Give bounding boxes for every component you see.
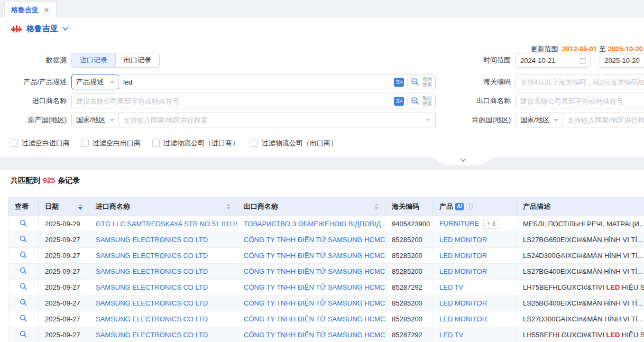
origin-country-input[interactable] bbox=[119, 113, 435, 127]
smart-search-icon[interactable] bbox=[411, 97, 419, 105]
importer-link[interactable]: SAMSUNG ELECTRONICS CO LTD bbox=[96, 236, 208, 244]
sort-desc-icon[interactable] bbox=[78, 207, 82, 210]
product-link[interactable]: LED TV bbox=[439, 283, 463, 291]
view-record-button[interactable] bbox=[8, 235, 38, 243]
info-icon[interactable]: i bbox=[466, 203, 473, 210]
product-link[interactable]: LED MONITOR bbox=[439, 236, 487, 244]
table-row: 2025-09-27SAMSUNG ELECTRONICS CO LTDCÔNG… bbox=[8, 295, 644, 311]
importer-input[interactable] bbox=[72, 94, 435, 108]
exporter-link[interactable]: CÔNG TY TNHH ĐIỆN TỬ SAMSUNG HCMC... bbox=[244, 236, 385, 244]
exporter-link[interactable]: ТОВАРИСТВО З ОБМЕЖЕНОЮ ВІДПОВІД... bbox=[244, 220, 385, 228]
cell-importer-link: SAMSUNG ELECTRONICS CO LTD bbox=[89, 295, 237, 311]
view-record-button[interactable] bbox=[8, 330, 38, 338]
close-icon[interactable]: ✕ bbox=[43, 6, 50, 14]
product-link[interactable]: LED TV bbox=[439, 331, 463, 339]
tab-import-records[interactable]: 进口记录 bbox=[72, 53, 115, 67]
product-link[interactable]: LED MONITOR bbox=[439, 252, 487, 260]
chevron-down-icon[interactable] bbox=[62, 27, 68, 31]
date-start-input[interactable] bbox=[516, 53, 579, 67]
cell-importer-link: SAMSUNG ELECTRONICS CO LTD bbox=[89, 311, 237, 327]
country-title[interactable]: 格鲁吉亚 bbox=[26, 24, 58, 34]
chevron-down-icon[interactable] bbox=[426, 119, 430, 122]
sort-carets[interactable] bbox=[226, 204, 231, 210]
checkbox-icon[interactable] bbox=[81, 140, 89, 147]
checkbox-icon[interactable] bbox=[251, 140, 258, 147]
importer-link[interactable]: SAMSUNG ELECTRONICS CO LTD bbox=[96, 252, 208, 260]
view-record-button[interactable] bbox=[8, 315, 38, 322]
checkbox-icon[interactable] bbox=[11, 140, 18, 147]
filter-checkbox-0[interactable]: 过滤空白进口商 bbox=[11, 138, 70, 148]
exporter-label: 出口商名称 bbox=[455, 96, 516, 106]
filter-checkbox-2[interactable]: 过滤物流公司（进口商） bbox=[152, 138, 239, 148]
keyword-highlight: LED bbox=[606, 331, 620, 339]
column-header-3[interactable]: 出口商名称 bbox=[237, 197, 385, 216]
product-link[interactable]: LED MONITOR bbox=[439, 267, 487, 275]
description-text: LH75BEFHLGUXCI#&TIVI bbox=[523, 283, 606, 291]
importer-link[interactable]: SAMSUNG ELECTRONICS CO LTD bbox=[96, 267, 208, 275]
view-record-button[interactable] bbox=[8, 299, 38, 306]
exporter-link[interactable]: CÔNG TY TNHH ĐIỆN TỬ SAMSUNG HCMC... bbox=[244, 252, 385, 260]
sort-asc-icon[interactable] bbox=[226, 204, 231, 206]
calendar-icon[interactable] bbox=[579, 57, 586, 64]
description-text: LS24D300GAIXCI#&MÀN HÌNH VI TÍ... bbox=[523, 252, 643, 260]
date-range-separator: – bbox=[593, 57, 597, 64]
exporter-link[interactable]: CÔNG TY TNHH ĐIỆN TỬ SAMSUNG HCMC... bbox=[244, 283, 385, 291]
importer-link[interactable]: SAMSUNG ELECTRONICS CO LTD bbox=[96, 315, 208, 323]
cell-exporter-link: ТОВАРИСТВО З ОБМЕЖЕНОЮ ВІДПОВІД... bbox=[237, 216, 385, 232]
date-end-input[interactable] bbox=[600, 53, 644, 67]
product-type-select[interactable]: 产品描述 bbox=[71, 75, 119, 89]
translate-icon[interactable]: 文A bbox=[394, 97, 404, 106]
sort-desc-icon[interactable] bbox=[374, 207, 379, 210]
checkbox-icon[interactable] bbox=[152, 140, 160, 147]
product-link[interactable]: FURNITURE bbox=[439, 219, 479, 227]
product-extra-badge[interactable]: + 3 bbox=[483, 219, 499, 229]
column-header-1[interactable]: 日期 bbox=[39, 197, 89, 216]
table-row: 2025-09-27SAMSUNG ELECTRONICS CO LTDCÔNG… bbox=[8, 280, 644, 295]
product-link[interactable]: LED MONITOR bbox=[439, 315, 487, 323]
cell-product: LED MONITOR bbox=[433, 264, 517, 280]
smart-search-label[interactable]: 智能搜索 bbox=[422, 96, 432, 106]
tab-georgia[interactable]: 格鲁吉亚 ✕ bbox=[4, 2, 57, 17]
ai-badge: AI bbox=[455, 203, 464, 210]
fuzzy-search-icon[interactable] bbox=[411, 78, 419, 86]
product-search-input[interactable] bbox=[119, 75, 435, 89]
dest-country-type-select[interactable]: 国家/地区 bbox=[516, 113, 563, 127]
importer-link[interactable]: GTG LLC SAMTREDSKAYA STR NO 51 01119... bbox=[96, 220, 237, 228]
dest-country-input[interactable] bbox=[563, 113, 644, 127]
sort-carets[interactable] bbox=[78, 204, 82, 210]
column-header-2[interactable]: 进口商名称 bbox=[89, 197, 237, 216]
exporter-link[interactable]: CÔNG TY TNHH ĐIỆN TỬ SAMSUNG HCMC... bbox=[244, 331, 385, 339]
exporter-link[interactable]: CÔNG TY TNHH ĐIỆN TỬ SAMSUNG HCMC... bbox=[244, 299, 385, 307]
description-text: LH55BEFHLGUXCI#&TIVI bbox=[523, 331, 606, 339]
tab-export-records[interactable]: 出口记录 bbox=[115, 53, 159, 67]
cell-description: LS27BG650EIXCI#&MÀN HÌNH VI TÍ... bbox=[517, 232, 644, 248]
importer-link[interactable]: SAMSUNG ELECTRONICS CO LTD bbox=[96, 331, 208, 339]
translate-icon[interactable]: 文A bbox=[394, 78, 404, 87]
exporter-link[interactable]: CÔNG TY TNHH ĐIỆN TỬ SAMSUNG HCMC... bbox=[244, 267, 385, 275]
product-link[interactable]: LED MONITOR bbox=[439, 299, 487, 307]
fuzzy-search-label[interactable]: 模糊搜索 bbox=[422, 77, 432, 87]
view-record-button[interactable] bbox=[8, 251, 38, 258]
exporter-input[interactable] bbox=[516, 94, 644, 108]
sort-desc-icon[interactable] bbox=[226, 207, 231, 210]
cell-date: 2025-09-27 bbox=[39, 280, 89, 295]
hs-code-input[interactable] bbox=[516, 75, 644, 89]
view-record-button[interactable] bbox=[8, 219, 38, 227]
collapse-panel-button[interactable] bbox=[431, 156, 495, 165]
exporter-link[interactable]: CÔNG TY TNHH ĐIỆN TỬ SAMSUNG HCMC... bbox=[244, 315, 385, 323]
sort-carets[interactable] bbox=[374, 204, 379, 210]
importer-link[interactable]: SAMSUNG ELECTRONICS CO LTD bbox=[96, 299, 208, 307]
date-end-box bbox=[600, 53, 644, 68]
filter-checkbox-3[interactable]: 过滤物流公司（出口商） bbox=[251, 138, 337, 148]
sort-asc-icon[interactable] bbox=[374, 204, 379, 206]
filter-checkbox-1[interactable]: 过滤空白出口商 bbox=[81, 138, 141, 148]
cell-description: МЕБЛІ; ПОСТІЛЬНІ РЕЧІ, МАТРАЦИ,... bbox=[517, 216, 644, 232]
view-record-button[interactable] bbox=[8, 267, 38, 274]
importer-link[interactable]: SAMSUNG ELECTRONICS CO LTD bbox=[96, 283, 208, 291]
view-record-button[interactable] bbox=[8, 283, 38, 290]
origin-country-type-select[interactable]: 国家/地区 bbox=[71, 113, 119, 127]
exporter-input-box bbox=[516, 94, 644, 108]
column-header-6: 产品描述 bbox=[517, 197, 644, 216]
cell-product: LED TV bbox=[433, 327, 517, 342]
sort-asc-icon[interactable] bbox=[78, 204, 82, 206]
